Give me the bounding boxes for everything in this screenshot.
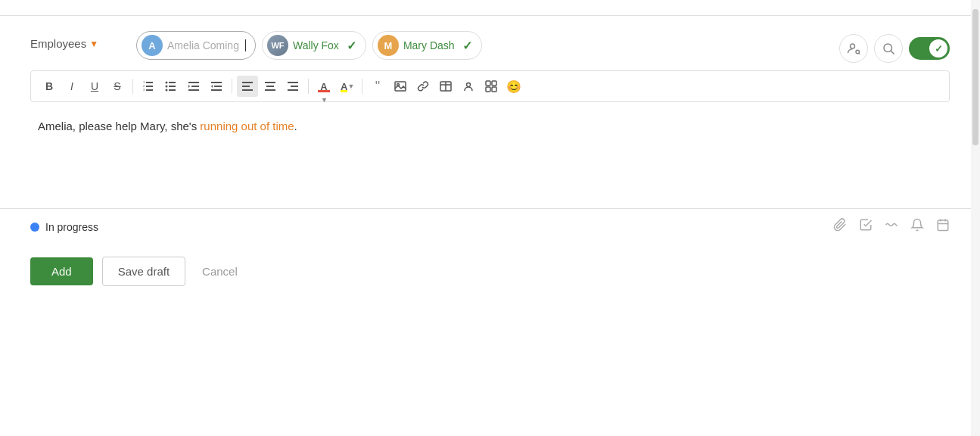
toolbar-sep-4 xyxy=(362,79,362,94)
right-icons: ✓ xyxy=(839,34,950,63)
svg-rect-22 xyxy=(211,89,222,91)
indent-button[interactable] xyxy=(206,76,227,97)
svg-rect-30 xyxy=(291,86,298,87)
svg-rect-41 xyxy=(492,87,496,92)
svg-rect-38 xyxy=(486,81,490,86)
status-dot xyxy=(30,223,39,232)
toggle-knob: ✓ xyxy=(929,39,947,58)
dropdown-arrow-icon[interactable]: ▼ xyxy=(89,39,98,49)
toolbar-sep-2 xyxy=(232,79,232,94)
text-cursor xyxy=(245,39,246,51)
employees-row: Employees ▼ A Amelia Coming WF Wally Fox… xyxy=(0,23,980,70)
bell-icon[interactable] xyxy=(910,218,924,235)
svg-point-37 xyxy=(467,83,471,87)
unordered-list-button[interactable] xyxy=(160,76,182,97)
tag-name-amelia: Amelia Coming xyxy=(167,39,239,51)
table2-button[interactable] xyxy=(481,76,502,97)
status-text: In progress xyxy=(45,221,98,233)
svg-rect-7 xyxy=(146,89,153,91)
editor-text: Amelia, please help Mary, she's running … xyxy=(38,120,297,132)
svg-rect-17 xyxy=(188,82,199,83)
tag-name-wally: Wally Fox xyxy=(293,39,339,51)
actions-row: Add Save draft Cancel xyxy=(0,244,980,298)
image-button[interactable] xyxy=(390,76,411,97)
avatar-wally: WF xyxy=(267,35,288,56)
main-container: Employees ▼ A Amelia Coming WF Wally Fox… xyxy=(0,0,980,436)
svg-rect-29 xyxy=(288,82,298,83)
scrollbar-thumb[interactable] xyxy=(972,9,978,145)
svg-point-3 xyxy=(884,44,892,52)
svg-rect-26 xyxy=(265,82,275,83)
add-button[interactable]: Add xyxy=(30,257,93,285)
svg-rect-5 xyxy=(146,82,153,83)
svg-rect-42 xyxy=(938,220,948,231)
svg-rect-18 xyxy=(191,86,199,87)
svg-rect-23 xyxy=(242,82,253,83)
bg-color-button[interactable]: A ▼ xyxy=(336,76,357,97)
tag-wally[interactable]: WF Wally Fox ✓ xyxy=(262,31,366,60)
employees-text: Employees xyxy=(30,37,86,50)
svg-point-15 xyxy=(166,89,168,92)
checklist-icon[interactable] xyxy=(859,218,873,235)
align-center-button[interactable] xyxy=(260,76,281,97)
wally-check-icon: ✓ xyxy=(347,39,356,53)
svg-rect-31 xyxy=(288,89,298,91)
align-right-button[interactable] xyxy=(282,76,303,97)
tag-amelia[interactable]: A Amelia Coming xyxy=(136,31,256,60)
scrollbar[interactable] xyxy=(971,0,980,436)
svg-point-1 xyxy=(856,50,860,54)
status-left: In progress xyxy=(30,221,98,233)
svg-point-11 xyxy=(166,82,168,84)
svg-rect-39 xyxy=(492,81,496,86)
underline-button[interactable]: U xyxy=(84,76,105,97)
emoji-button[interactable]: 😊 xyxy=(503,76,524,97)
bold-button[interactable]: B xyxy=(39,76,60,97)
editor-text-highlight: running out of time xyxy=(200,120,294,132)
save-draft-button[interactable]: Save draft xyxy=(102,257,185,286)
link-button[interactable] xyxy=(412,76,434,97)
tag-mary[interactable]: M Mary Dash ✓ xyxy=(372,31,482,60)
calendar-icon[interactable] xyxy=(936,218,950,235)
editor-toolbar: B I U S 1 2 3 xyxy=(30,70,950,102)
align-left-button[interactable] xyxy=(237,76,258,97)
svg-rect-25 xyxy=(242,89,253,91)
cancel-button[interactable]: Cancel xyxy=(194,257,245,285)
font-color-button[interactable]: A ▼ xyxy=(313,76,334,97)
svg-text:3: 3 xyxy=(143,88,145,92)
wave-icon[interactable] xyxy=(885,218,898,235)
strikethrough-button[interactable]: S xyxy=(107,76,128,97)
toggle-switch[interactable]: ✓ xyxy=(909,37,950,60)
avatar-wally-photo: WF xyxy=(267,35,288,56)
tag-name-mary: Mary Dash xyxy=(403,39,455,51)
svg-rect-20 xyxy=(211,82,222,83)
tags-area: A Amelia Coming WF Wally Fox ✓ M Mary Da… xyxy=(136,31,832,60)
mention-button[interactable] xyxy=(458,76,479,97)
ordered-list-button[interactable]: 1 2 3 xyxy=(138,76,159,97)
search-button[interactable] xyxy=(874,34,903,63)
italic-button[interactable]: I xyxy=(61,76,82,97)
status-row: In progress xyxy=(0,208,980,244)
quote-button[interactable]: " xyxy=(367,76,388,97)
status-right xyxy=(833,218,950,235)
svg-rect-12 xyxy=(169,82,176,83)
toolbar-sep-3 xyxy=(308,79,309,94)
outdent-button[interactable] xyxy=(183,76,204,97)
svg-rect-16 xyxy=(169,89,176,91)
person-search-button[interactable] xyxy=(839,34,868,63)
svg-rect-21 xyxy=(214,86,222,87)
svg-line-2 xyxy=(859,53,860,54)
avatar-mary: M xyxy=(378,35,399,56)
editor-text-plain: Amelia, please help Mary, she's xyxy=(38,120,200,132)
svg-rect-6 xyxy=(146,86,153,87)
toggle-check-icon: ✓ xyxy=(935,43,943,54)
toolbar-sep-1 xyxy=(132,79,133,94)
svg-rect-40 xyxy=(486,87,490,92)
editor-text-end: . xyxy=(294,120,297,132)
attachment-icon[interactable] xyxy=(833,218,847,235)
mary-check-icon: ✓ xyxy=(462,39,472,53)
table-button[interactable] xyxy=(435,76,456,97)
avatar-amelia: A xyxy=(142,35,163,56)
svg-rect-24 xyxy=(242,86,250,87)
svg-line-4 xyxy=(891,51,894,54)
editor-area[interactable]: Amelia, please help Mary, she's running … xyxy=(30,110,950,201)
